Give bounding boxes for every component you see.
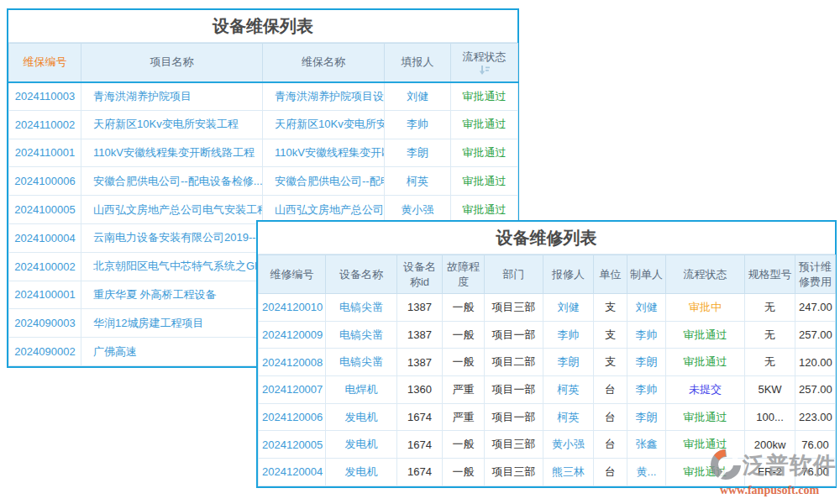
cell-name[interactable]: 110kV安徽线程集变开断... [263, 139, 385, 167]
cell-id[interactable]: 2024090002 [9, 338, 81, 366]
cell-id[interactable]: 2024120010 [259, 294, 326, 322]
cell-unit: 台 [594, 376, 627, 404]
cell-device[interactable]: 发电机 [326, 403, 397, 431]
column-header-reporter: 填报人 [385, 44, 451, 82]
cell-creator[interactable]: 张鑫 [627, 431, 666, 459]
column-header-label: 维保名称 [265, 55, 382, 70]
cell-id[interactable]: 2024100001 [9, 281, 81, 309]
cell-status: 未提交 [666, 376, 745, 404]
cell-severity: 一般 [443, 294, 485, 322]
cell-unit: 支 [594, 321, 627, 349]
column-header-cost: 预计维修费用 [795, 255, 836, 294]
maintenance-table-header: 维保编号项目名称维保名称填报人流程状态 [9, 44, 518, 82]
cell-id[interactable]: 2024120005 [259, 431, 326, 459]
cell-cost: 257.00 [795, 321, 836, 349]
cell-unit: 支 [594, 349, 627, 376]
cell-model: 无 [745, 294, 795, 322]
cell-reporter[interactable]: 柯英 [385, 167, 451, 196]
maintenance-table-title: 设备维保列表 [8, 10, 517, 43]
cell-name[interactable]: 天府新区10Kv变电所安装... [263, 110, 385, 139]
column-header-label: 预计维修费用 [797, 260, 833, 289]
cell-id[interactable]: 2024120006 [259, 403, 326, 431]
cell-model: 100... [745, 403, 795, 431]
cell-id[interactable]: 2024100002 [9, 252, 81, 281]
column-header-label: 设备名称 [328, 267, 395, 282]
cell-creator[interactable]: 黄... [627, 459, 666, 486]
cell-project[interactable]: 云南电力设备安装有限公司2019--2... [81, 223, 263, 252]
cell-creator[interactable]: 李帅 [627, 321, 666, 349]
cell-severity: 严重 [443, 403, 485, 431]
cell-creator[interactable]: 李帅 [627, 376, 666, 404]
cell-reporter[interactable]: 柯英 [543, 376, 594, 404]
cell-project[interactable]: 110kV安徽线程集变开断线路工程 [81, 139, 263, 167]
cell-cost: 257.00 [795, 376, 836, 404]
cell-project[interactable]: 广佛高速 [81, 338, 263, 366]
cell-id[interactable]: 2024110002 [9, 110, 81, 139]
cell-project[interactable]: 重庆华夏 外高桥工程设备 [81, 281, 263, 309]
cell-model: 5KW [745, 376, 795, 404]
cell-device_id: 1360 [397, 376, 443, 404]
table-row: 2024120008电镐尖凿1387一般项目二部李朗支李朗审批通过无120.00 [259, 349, 836, 376]
cell-reporter[interactable]: 刘健 [543, 294, 594, 322]
cell-name[interactable]: 青海洪湖养护院项目设备... [263, 82, 385, 111]
cell-project[interactable]: 华润12城房建工程项目 [81, 309, 263, 338]
cell-reporter[interactable]: 黄小强 [543, 431, 594, 459]
cell-project[interactable]: 青海洪湖养护院项目 [81, 82, 263, 111]
cell-dept: 项目一部 [485, 321, 543, 349]
cell-name[interactable]: 安徽合肥供电公司--配电... [263, 167, 385, 196]
column-header-label: 维保编号 [11, 55, 79, 70]
cell-dept: 项目二部 [485, 349, 543, 376]
cell-project[interactable]: 安徽合肥供电公司--配电设备检修... [81, 167, 263, 196]
column-header-id: 维保编号 [9, 44, 81, 82]
cell-project[interactable]: 天府新区10Kv变电所安装工程 [81, 110, 263, 139]
cell-id[interactable]: 2024110001 [9, 139, 81, 167]
cell-dept: 项目一部 [485, 403, 543, 431]
cell-project[interactable]: 北京朝阳区电气中芯特气系统之GM... [81, 252, 263, 281]
column-header-status[interactable]: 流程状态 [451, 44, 518, 82]
cell-creator[interactable]: 刘健 [627, 294, 666, 322]
cell-dept: 项目三部 [485, 459, 543, 486]
cell-id[interactable]: 2024120009 [259, 321, 326, 349]
cell-reporter[interactable]: 李帅 [543, 321, 594, 349]
cell-reporter[interactable]: 柯英 [543, 403, 594, 431]
cell-id[interactable]: 2024090003 [9, 309, 81, 338]
cell-reporter[interactable]: 李朗 [543, 349, 594, 376]
cell-reporter[interactable]: 李帅 [385, 110, 451, 139]
cell-creator[interactable]: 李朗 [627, 349, 666, 376]
table-row: 2024110001110kV安徽线程集变开断线路工程110kV安徽线程集变开断… [9, 139, 518, 167]
cell-dept: 项目三部 [485, 294, 543, 322]
table-row: 2024110003青海洪湖养护院项目青海洪湖养护院项目设备...刘健审批通过 [9, 82, 518, 111]
cell-reporter[interactable]: 熊三林 [543, 459, 594, 486]
cell-status: 审批通过 [666, 403, 745, 431]
column-header-label: 制单人 [629, 267, 664, 282]
cell-status: 审批通过 [666, 349, 745, 376]
cell-severity: 一般 [443, 349, 485, 376]
cell-device[interactable]: 电镐尖凿 [326, 294, 397, 322]
cell-id[interactable]: 2024110003 [9, 82, 81, 111]
cell-cost: 247.00 [795, 294, 836, 322]
cell-severity: 严重 [443, 376, 485, 404]
column-header-label: 部门 [486, 267, 541, 282]
cell-device[interactable]: 电焊机 [326, 376, 397, 404]
cell-device[interactable]: 发电机 [326, 459, 397, 486]
cell-reporter[interactable]: 李朗 [385, 139, 451, 167]
cell-device[interactable]: 电镐尖凿 [326, 321, 397, 349]
cell-id[interactable]: 2024120004 [259, 459, 326, 486]
cell-device[interactable]: 电镐尖凿 [326, 349, 397, 376]
cell-id[interactable]: 2024120007 [259, 376, 326, 404]
watermark-url-text: www.fanpusoft.com [702, 484, 837, 497]
cell-device_id: 1387 [397, 294, 443, 322]
sort-icon[interactable] [453, 66, 516, 75]
cell-id[interactable]: 2024100005 [9, 196, 81, 224]
cell-creator[interactable]: 李朗 [627, 403, 666, 431]
table-row: 2024120009电镐尖凿1387一般项目一部李帅支李帅审批通过无257.00 [259, 321, 836, 349]
cell-device[interactable]: 发电机 [326, 431, 397, 459]
cell-id[interactable]: 2024100004 [9, 223, 81, 252]
cell-project[interactable]: 山西弘文房地产总公司电气安装工程 [81, 196, 263, 224]
cell-reporter[interactable]: 刘健 [385, 82, 451, 111]
cell-status: 审批通过 [451, 82, 518, 111]
cell-unit: 台 [594, 431, 627, 459]
cell-id[interactable]: 2024120008 [259, 349, 326, 376]
cell-id[interactable]: 2024100006 [9, 167, 81, 196]
column-header-label: 单位 [596, 267, 625, 282]
